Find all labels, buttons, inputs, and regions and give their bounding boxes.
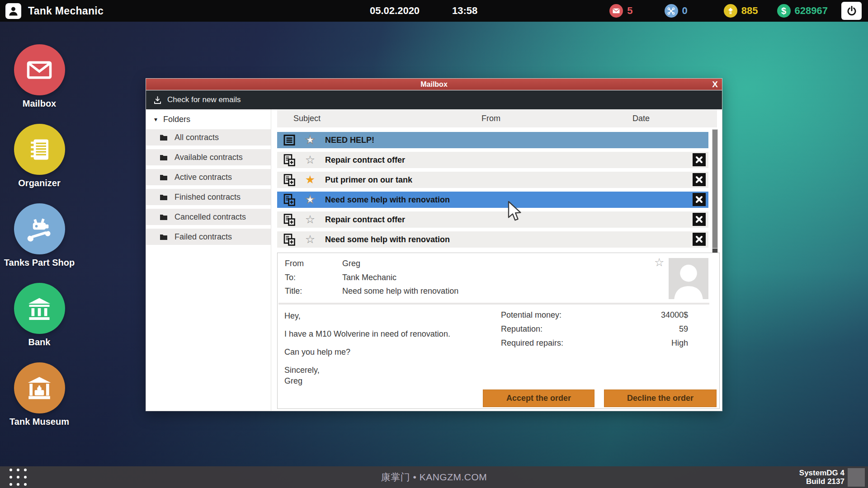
launcher-dot — [17, 483, 19, 486]
mail-body-line: I have a M10 Wolverine in need of renova… — [284, 328, 450, 339]
mail-list-scrollbar[interactable] — [712, 129, 718, 255]
power-button[interactable] — [841, 2, 862, 20]
desktop-icon-tank-museum[interactable]: Tank Museum — [5, 362, 73, 427]
contract-offer-icon — [283, 233, 296, 246]
folder-item-failed-contracts[interactable]: Failed contracts — [146, 229, 271, 245]
reputation-label: Reputation: — [501, 324, 542, 334]
mail-row[interactable]: ★ NEED HELP! — [277, 132, 708, 148]
delete-mail-button[interactable] — [693, 213, 706, 226]
mail-row[interactable]: ☆ Repair contract offer — [277, 152, 708, 168]
app-launcher-button[interactable] — [9, 469, 27, 486]
desktop-icon-label: Tank Museum — [9, 417, 69, 427]
column-subject: Subject — [293, 110, 321, 127]
mail-list-pane: Subject From Date ★ NEED HELP! ☆ — [271, 109, 722, 411]
delete-mail-button[interactable] — [693, 233, 706, 246]
mail-row[interactable]: ★ Need some help with renovation — [277, 192, 708, 208]
mail-row[interactable]: ☆ Need some help with renovation — [277, 231, 708, 248]
accept-order-button[interactable]: Accept the order — [483, 389, 594, 407]
system-build: Build 2137 — [799, 477, 844, 486]
detail-star-toggle[interactable]: ☆ — [654, 256, 664, 269]
desktop-icon-mailbox[interactable]: Mailbox — [5, 44, 73, 109]
desktop-icon-tanks-part-shop[interactable]: Tanks Part Shop — [5, 203, 73, 268]
bank-icon — [14, 283, 65, 334]
delete-mail-button[interactable] — [693, 173, 706, 186]
folder-item-available-contracts[interactable]: Available contracts — [146, 149, 271, 165]
desktop-icon-bank[interactable]: Bank — [5, 283, 73, 347]
folder-item-all-contracts[interactable]: All contracts — [146, 129, 271, 145]
mail-row[interactable]: ☆ Repair contract offer — [277, 211, 708, 228]
to-label: To: — [285, 273, 296, 282]
star-toggle[interactable]: ☆ — [304, 213, 316, 226]
close-window-button[interactable]: X — [712, 79, 718, 90]
from-value: Greg — [342, 259, 360, 268]
repairs-badge[interactable]: 0 — [665, 4, 688, 18]
folder-item-label: Available contracts — [175, 153, 243, 162]
folder-icon — [160, 194, 168, 201]
folders-pane: ▾ Folders All contracts Available contra… — [146, 109, 271, 411]
required-repairs-value: High — [671, 338, 688, 348]
scrollbar-thumb[interactable] — [712, 130, 717, 248]
delete-mail-button[interactable] — [693, 193, 706, 206]
xp-badge[interactable]: 885 — [724, 4, 758, 18]
title-label: Title: — [285, 286, 302, 296]
contract-offer-icon — [283, 174, 296, 187]
star-toggle[interactable]: ★ — [304, 174, 316, 186]
potential-money-value: 34000$ — [661, 310, 688, 320]
mailbox-icon — [14, 44, 65, 95]
check-new-emails-button[interactable]: Check for new emails — [167, 95, 241, 104]
desktop-icon-label: Bank — [28, 337, 51, 347]
mail-body-line: Can you help me? — [284, 347, 350, 357]
star-toggle[interactable]: ★ — [304, 134, 316, 146]
contract-offer-icon — [283, 213, 296, 226]
folders-header[interactable]: ▾ Folders — [146, 109, 271, 129]
launcher-dot — [9, 483, 12, 486]
xp-count: 885 — [741, 5, 758, 17]
delete-mail-button[interactable] — [693, 153, 706, 166]
delete-icon — [695, 176, 703, 183]
to-value: Tank Mechanic — [342, 273, 396, 282]
mail-rows: ★ NEED HELP! ☆ Repair contract offer ★ — [277, 132, 708, 251]
folder-item-label: Cancelled contracts — [175, 212, 246, 222]
delete-icon — [695, 235, 703, 243]
window-titlebar[interactable]: Mailbox X — [146, 79, 722, 90]
messages-badge[interactable]: 5 — [609, 4, 632, 18]
mail-body-line: Hey, — [284, 310, 301, 321]
folder-icon — [160, 154, 168, 161]
folder-icon — [160, 234, 168, 240]
launcher-dot — [17, 476, 19, 479]
mail-subject: Repair contract offer — [325, 155, 405, 165]
star-toggle[interactable]: ☆ — [304, 233, 316, 246]
launcher-dot — [9, 476, 12, 479]
folder-item-finished-contracts[interactable]: Finished contracts — [146, 189, 271, 205]
mailbox-window: Mailbox X Check for new emails ▾ Folders… — [146, 78, 722, 411]
reputation-value: 59 — [679, 324, 688, 334]
museum-icon — [14, 362, 65, 413]
detail-divider — [278, 303, 709, 305]
column-date: Date — [618, 110, 664, 127]
folder-item-active-contracts[interactable]: Active contracts — [146, 169, 271, 185]
title-value: Need some help with renovation — [342, 286, 458, 296]
desktop-icon-organizer[interactable]: Organizer — [5, 124, 73, 188]
power-icon — [846, 5, 858, 17]
potential-money-label: Potential money: — [501, 310, 561, 320]
mail-subject: Put primer on our tank — [325, 175, 412, 185]
star-toggle[interactable]: ★ — [304, 193, 316, 206]
star-toggle[interactable]: ☆ — [304, 154, 316, 166]
folder-item-label: Finished contracts — [175, 192, 241, 202]
taskbar-handle — [848, 468, 865, 487]
system-name: SystemDG 4 — [799, 469, 844, 477]
person-icon — [8, 5, 19, 17]
folder-item-label: All contracts — [175, 133, 219, 142]
folder-item-cancelled-contracts[interactable]: Cancelled contracts — [146, 209, 271, 225]
date-display: 05.02.2020 — [370, 0, 420, 22]
mail-toolbar[interactable]: Check for new emails — [146, 90, 722, 109]
repairs-count: 0 — [682, 5, 688, 17]
desktop-icon-column: Mailbox Organizer Tanks Part Shop Bank T… — [5, 44, 73, 442]
folder-icon — [160, 214, 168, 221]
money-badge[interactable]: $ 628967 — [777, 4, 828, 18]
messages-count: 5 — [627, 5, 632, 17]
profile-icon[interactable] — [5, 3, 21, 19]
mail-row[interactable]: ★ Put primer on our tank — [277, 172, 708, 188]
decline-order-button[interactable]: Decline the order — [604, 389, 717, 407]
folder-icon — [160, 134, 168, 141]
